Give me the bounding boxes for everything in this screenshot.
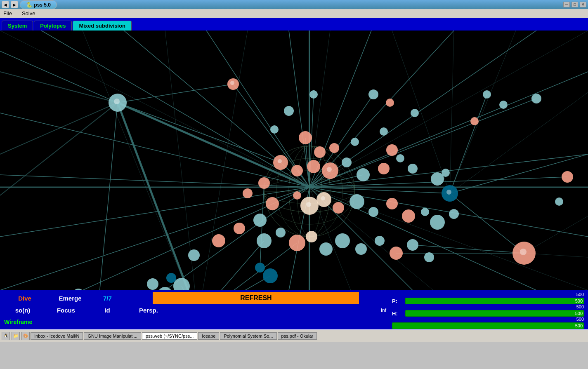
persp-button[interactable]: Persp. (128, 307, 169, 314)
svg-point-136 (188, 249, 200, 261)
svg-point-90 (299, 131, 312, 144)
menu-solve[interactable]: Solve (20, 9, 37, 17)
svg-point-115 (349, 194, 364, 209)
svg-point-122 (253, 214, 267, 227)
titlebar-left: ◀ ▶ 🐍 pss 5.0 (2, 0, 57, 9)
close-button[interactable]: ✕ (580, 2, 586, 7)
sliders-panel: 500 P: 500 500 H: 500 500 500 (388, 290, 588, 329)
svg-point-143 (255, 263, 265, 273)
taskbar-item-okular[interactable]: pss.pdf - Okular (278, 332, 317, 340)
svg-point-134 (424, 252, 434, 262)
svg-point-100 (342, 157, 352, 167)
taskbar-icon-folder[interactable]: 📁 (12, 332, 20, 340)
nav-back-button[interactable]: ◀ (2, 1, 9, 8)
svg-point-155 (446, 190, 451, 195)
son-button[interactable]: so(n) (0, 307, 45, 314)
taskbar-start-icons: 🐧 📁 🎨 (2, 332, 30, 340)
taskbar-item-gimp[interactable]: GNU Image Manipulati... (84, 332, 141, 340)
window-title: 🐍 pss 5.0 (20, 0, 57, 9)
nav-forward-button[interactable]: ▶ (11, 1, 18, 8)
taskbar: 🐧 📁 🎨 Inbox - Icedove Mail/N GNU Image M… (0, 329, 588, 342)
menu-file[interactable]: File (2, 9, 14, 17)
third-slider[interactable]: 500 (392, 322, 584, 329)
svg-point-149 (411, 109, 419, 117)
p-slider-value: 500 (575, 298, 583, 303)
svg-point-147 (555, 197, 563, 206)
svg-point-131 (375, 236, 385, 246)
svg-point-114 (333, 202, 344, 214)
svg-point-162 (278, 159, 282, 163)
svg-point-86 (531, 94, 541, 103)
svg-point-123 (234, 223, 245, 234)
svg-point-85 (483, 90, 491, 99)
taskbar-item-iceape[interactable]: Iceape (198, 332, 219, 340)
dive-button[interactable]: Dive (0, 295, 50, 302)
maximize-button[interactable]: □ (571, 2, 578, 7)
svg-point-125 (276, 228, 286, 237)
svg-point-153 (230, 81, 234, 85)
svg-point-148 (386, 99, 394, 107)
menubar: File Solve (0, 9, 588, 18)
inf-label: Inf (379, 308, 388, 313)
svg-point-160 (321, 196, 325, 200)
taskbar-icon-penguin[interactable]: 🐧 (2, 332, 10, 340)
svg-point-98 (307, 160, 320, 173)
svg-point-128 (319, 242, 333, 256)
focus-button[interactable]: Focus (45, 307, 87, 314)
svg-point-151 (499, 101, 508, 109)
controls-panel: Dive Emerge 7/7 REFRESH so(n) Focus Id P… (0, 290, 388, 329)
h-slider[interactable]: 500 (405, 310, 584, 317)
slider-third-top-value: 500 (576, 317, 584, 322)
svg-point-161 (327, 167, 332, 172)
svg-point-129 (335, 233, 350, 248)
visualization-area[interactable] (0, 31, 588, 290)
svg-point-95 (380, 127, 388, 136)
svg-point-104 (408, 164, 418, 174)
tab-polytopes[interactable]: Polytopes (34, 21, 72, 31)
svg-point-158 (520, 249, 527, 255)
svg-point-119 (421, 208, 429, 216)
svg-point-103 (396, 154, 404, 162)
svg-point-83 (309, 90, 318, 99)
svg-point-89 (270, 125, 279, 134)
taskbar-item-pssweb[interactable]: pss.web (~/SYNC/pss... (142, 332, 197, 340)
svg-point-97 (291, 165, 303, 176)
titlebar-controls: ─ □ ✕ (563, 2, 586, 7)
svg-point-110 (266, 197, 279, 210)
svg-point-140 (166, 273, 176, 283)
taskbar-item-polynomial[interactable]: Polynomial System So... (220, 332, 276, 340)
svg-point-159 (306, 202, 311, 207)
minimize-button[interactable]: ─ (563, 2, 570, 7)
taskbar-item-icedove[interactable]: Inbox - Icedove Mail/N (31, 332, 83, 340)
svg-point-84 (368, 89, 378, 99)
svg-point-127 (306, 231, 317, 242)
title-text: pss 5.0 (34, 2, 51, 8)
emerge-button[interactable]: Emerge (50, 295, 91, 302)
svg-point-146 (562, 171, 573, 183)
svg-point-135 (212, 234, 225, 247)
svg-point-92 (329, 143, 339, 153)
svg-point-109 (243, 188, 253, 198)
titlebar: ◀ ▶ 🐍 pss 5.0 ─ □ ✕ (0, 0, 588, 9)
wireframe-label: Wireframe (0, 319, 36, 325)
h-slider-value: 500 (575, 311, 583, 316)
tab-mixed-subdivision[interactable]: Mixed subdivision (73, 21, 132, 31)
third-slider-row: 500 (392, 322, 584, 329)
taskbar-icon-paint[interactable]: 🎨 (21, 332, 30, 340)
svg-point-121 (449, 209, 459, 219)
viz-svg (0, 31, 588, 290)
h-slider-row: H: 500 (392, 310, 584, 317)
tab-bar: System Polytopes Mixed subdivision (0, 18, 588, 31)
id-button[interactable]: Id (87, 307, 128, 314)
svg-point-91 (314, 146, 326, 158)
svg-point-108 (258, 177, 270, 189)
svg-point-124 (257, 233, 272, 248)
tab-system[interactable]: System (2, 21, 33, 31)
svg-point-118 (402, 209, 415, 223)
h-label: H: (392, 310, 402, 317)
svg-point-101 (357, 168, 370, 181)
p-slider[interactable]: 500 (405, 298, 584, 304)
slider-h-top-value: 500 (576, 304, 584, 309)
refresh-button[interactable]: REFRESH (153, 292, 359, 304)
slider-p-top-value: 500 (576, 292, 584, 297)
